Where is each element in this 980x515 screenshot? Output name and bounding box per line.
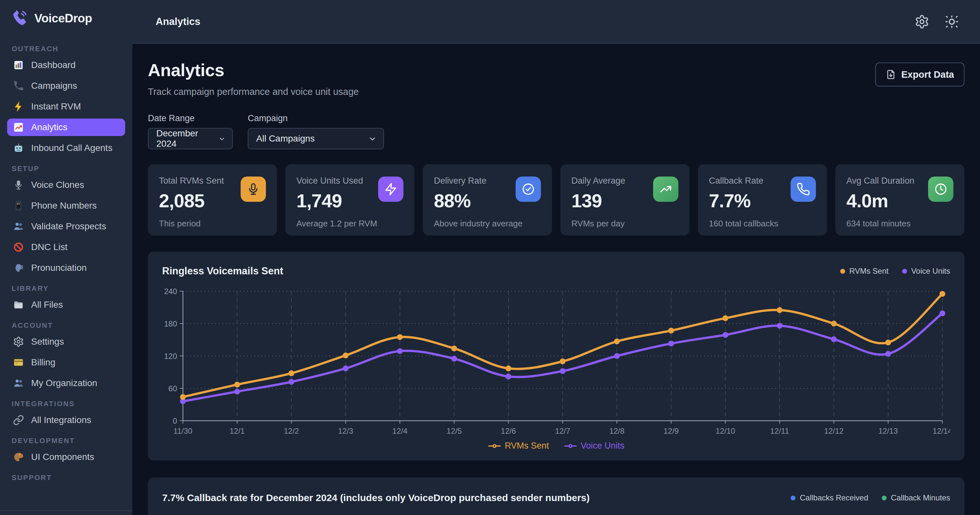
legend-label: RVMs Sent <box>849 266 889 276</box>
legend-label: Voice Units <box>581 441 624 451</box>
people-icon <box>13 378 24 389</box>
stat-card-callback-rate: Callback Rate 7.7% 160 total callbacks <box>698 164 827 236</box>
chart-bottom-legend: RVMs Sent Voice Units <box>162 441 950 451</box>
stat-label: Avg Call Duration <box>846 176 915 186</box>
legend-dot <box>791 496 795 501</box>
export-data-button[interactable]: Export Data <box>875 62 964 87</box>
sidebar-item-billing[interactable]: Billing <box>7 354 125 371</box>
svg-text:12/11: 12/11 <box>770 426 789 435</box>
sidebar-item-all-files[interactable]: All Files <box>7 296 125 314</box>
svg-text:12/1: 12/1 <box>230 426 245 435</box>
sidebar-item-settings[interactable]: Settings <box>7 333 125 350</box>
date-range-select[interactable]: December 2024 <box>148 128 233 149</box>
sidebar-item-label: Dashboard <box>31 60 76 70</box>
stat-label: Total RVMs Sent <box>159 176 224 186</box>
speaking-head-icon <box>13 262 24 273</box>
svg-text:12/2: 12/2 <box>284 426 299 435</box>
sidebar-item-label: All Integrations <box>31 415 91 425</box>
sidebar-item-label: Instant RVM <box>31 101 81 112</box>
sidebar-item-all-integrations[interactable]: All Integrations <box>7 411 125 429</box>
sidebar-item-my-organization[interactable]: My Organization <box>7 374 125 392</box>
stat-card-daily-average: Daily Average 139 RVMs per day <box>560 164 689 236</box>
sidebar-item-dnc-list[interactable]: DNC List <box>7 238 125 256</box>
sidebar-item-dashboard[interactable]: Dashboard <box>7 56 125 74</box>
file-download-icon <box>886 69 896 80</box>
date-range-value: December 2024 <box>156 128 210 149</box>
lightning-icon <box>13 101 24 112</box>
sidebar-item-inbound-call-agents[interactable]: Inbound Call Agents <box>7 139 125 157</box>
phone-receiver-icon <box>13 80 24 91</box>
chart-up-icon <box>13 122 24 133</box>
stat-badge <box>653 176 678 202</box>
svg-text:60: 60 <box>168 384 177 393</box>
app-root: VoiceDrop OUTREACH Dashboard Campaigns I… <box>0 0 980 515</box>
legend-item-voice-units[interactable]: Voice Units <box>902 266 950 276</box>
sidebar-item-validate-prospects[interactable]: Validate Prospects <box>7 218 125 235</box>
sidebar-item-phone-numbers[interactable]: Phone Numbers <box>7 197 125 214</box>
brand[interactable]: VoiceDrop <box>7 5 125 37</box>
callback-chart-card: 7.7% Callback rate for December 2024 (in… <box>148 477 964 515</box>
stat-value: 2,085 <box>159 190 224 211</box>
svg-text:12/6: 12/6 <box>501 426 516 435</box>
chevron-down-icon <box>368 135 377 143</box>
main-content: Analytics Track campaign performance and… <box>132 44 980 515</box>
sidebar-section-outreach: OUTREACH <box>12 45 121 53</box>
sidebar-item-label: Validate Prospects <box>31 221 106 231</box>
sidebar-item-instant-rvm[interactable]: Instant RVM <box>7 98 125 115</box>
settings-button[interactable] <box>915 14 929 29</box>
svg-text:12/13: 12/13 <box>878 426 898 435</box>
svg-text:12/9: 12/9 <box>663 426 679 435</box>
sidebar-item-campaigns[interactable]: Campaigns <box>7 77 125 95</box>
sidebar-item-analytics[interactable]: Analytics <box>7 119 125 136</box>
theme-toggle-button[interactable] <box>944 14 959 29</box>
check-circle-icon <box>522 182 535 196</box>
stat-subtext: RVMs per day <box>571 219 678 229</box>
phone-outline-icon <box>797 182 810 196</box>
line-chart: 06012018024011/3012/112/212/312/412/512/… <box>162 286 950 439</box>
legend-label: Callbacks Received <box>800 493 868 502</box>
palette-icon <box>13 452 24 463</box>
sidebar-item-voice-clones[interactable]: Voice Clones <box>7 176 125 194</box>
legend-dot <box>902 269 907 274</box>
sidebar-item-ui-components[interactable]: UI Components <box>7 448 125 466</box>
legend-label: Callback Minutes <box>891 493 950 502</box>
legend-item-rvms-sent[interactable]: RVMs Sent <box>488 441 549 451</box>
sidebar-item-pronunciation[interactable]: Pronunciation <box>7 259 125 277</box>
folder-icon <box>13 299 24 310</box>
svg-text:12/7: 12/7 <box>555 426 570 435</box>
sidebar-item-label: All Files <box>31 299 63 310</box>
campaign-filter: Campaign All Campaigns <box>248 113 384 149</box>
filters-row: Date Range December 2024 Campaign All Ca… <box>148 113 964 149</box>
legend-dot <box>840 269 845 274</box>
chart-top-legend: RVMs Sent Voice Units <box>840 266 950 276</box>
main-column: Analytics Analytics Track campaign perfo… <box>132 0 980 515</box>
topbar-title: Analytics <box>156 16 200 27</box>
bar-chart-icon <box>13 60 24 71</box>
legend-item-callback-minutes[interactable]: Callback Minutes <box>882 493 950 502</box>
voicedrop-logo-icon <box>10 10 28 27</box>
callback-title: 7.7% Callback rate for December 2024 (in… <box>162 492 590 503</box>
svg-text:11/30: 11/30 <box>173 426 192 435</box>
sidebar-section-library: LIBRARY <box>12 284 121 293</box>
export-data-label: Export Data <box>901 69 954 80</box>
people-icon <box>13 221 24 232</box>
chart-title: Ringless Voicemails Sent <box>162 265 283 277</box>
campaign-select[interactable]: All Campaigns <box>248 128 384 149</box>
svg-text:12/5: 12/5 <box>447 426 462 435</box>
page-subtitle: Track campaign performance and voice uni… <box>148 87 359 97</box>
callback-card-header: 7.7% Callback rate for December 2024 (in… <box>162 492 950 503</box>
legend-item-voice-units[interactable]: Voice Units <box>563 441 624 451</box>
sidebar-section-account: ACCOUNT <box>12 321 121 330</box>
stat-badge <box>378 176 403 202</box>
stat-value: 1,749 <box>296 190 363 211</box>
sidebar-item-label: Phone Numbers <box>31 201 97 211</box>
legend-item-callbacks-received[interactable]: Callbacks Received <box>791 493 868 502</box>
legend-item-rvms-sent[interactable]: RVMs Sent <box>840 266 889 276</box>
stat-badge <box>240 176 266 202</box>
topbar: Analytics <box>132 0 980 44</box>
stat-value: 4.0m <box>846 190 915 211</box>
sidebar-section-integrations: INTEGRATIONS <box>12 400 121 408</box>
clock-icon <box>934 182 948 196</box>
stat-card-voice-units-used: Voice Units Used 1,749 Average 1.2 per R… <box>285 164 414 236</box>
sidebar-item-label: Billing <box>31 357 56 368</box>
